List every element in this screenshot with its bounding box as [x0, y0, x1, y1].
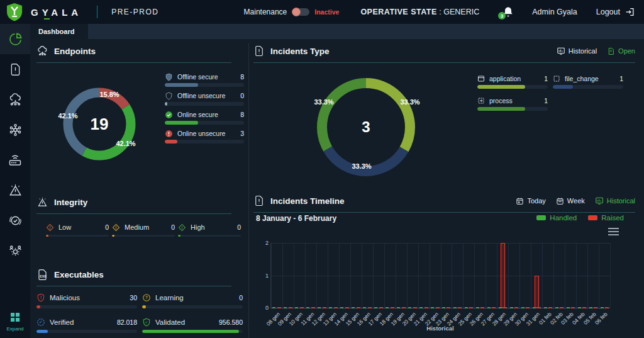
- integrity-warning-icon: [36, 196, 48, 208]
- legend-item-online-unsecure: Online unsecure 3: [165, 129, 244, 144]
- user-name[interactable]: Admin Gyala: [532, 8, 577, 16]
- legend-value: 8: [240, 111, 244, 118]
- sidebar-item-alerts[interactable]: [0, 175, 30, 205]
- incidents-type-historical-button[interactable]: Historical: [557, 47, 597, 55]
- legend-raised[interactable]: Raised: [588, 214, 624, 222]
- topbar: GYALA PRE-PROD Maintenance Inactive OPER…: [0, 0, 644, 24]
- incidents-type-open-button[interactable]: Open: [607, 47, 635, 55]
- tab-dashboard[interactable]: Dashboard: [30, 24, 88, 39]
- handled-zero-marker: [397, 307, 400, 308]
- handled-zero-marker: [555, 307, 558, 308]
- sidebar-item-audit[interactable]: [0, 205, 30, 235]
- integrity-label: Low: [58, 223, 71, 231]
- notifications-button[interactable]: 3: [502, 6, 514, 18]
- legend-label: file_change: [565, 75, 599, 82]
- raised-zero-marker: [548, 307, 552, 308]
- legend-value: 1: [544, 75, 548, 82]
- historical-chart-icon: [595, 196, 604, 205]
- logout-button[interactable]: Logout: [596, 7, 635, 17]
- document-alert-icon: [253, 45, 265, 57]
- sidebar-item-users[interactable]: [0, 235, 30, 266]
- legend-item-offline-unsecure: Offline unsecure 0: [165, 91, 244, 106]
- legend-bar-track: [165, 102, 244, 106]
- raised-bar[interactable]: [535, 276, 539, 308]
- raised-zero-marker: [323, 307, 326, 308]
- y-axis-tick: 0: [261, 305, 269, 311]
- maintenance-toggle[interactable]: [292, 8, 309, 16]
- legend-label: Online unsecure: [177, 130, 225, 137]
- legend-bar-track: [553, 85, 623, 89]
- handled-zero-marker: [521, 307, 525, 308]
- executables-panel: EXE Executables ! Malicious 30: [36, 262, 244, 338]
- raised-zero-marker: [526, 307, 530, 308]
- sidebar-item-incidents[interactable]: [0, 54, 30, 84]
- diamond-medium-icon: [112, 223, 120, 232]
- integrity-medium: Medium 0: [112, 223, 175, 237]
- donut-label: 42.1%: [58, 112, 77, 120]
- raised-zero-marker: [458, 307, 462, 308]
- executables-value: 956.580: [219, 318, 243, 326]
- timeline-historical-button[interactable]: Historical: [595, 196, 635, 205]
- environment-label: PRE-PROD: [111, 8, 158, 16]
- raised-zero-marker: [289, 307, 292, 308]
- raised-zero-marker: [605, 307, 609, 308]
- handled-zero-marker: [431, 307, 434, 308]
- check-badge-icon: [165, 111, 173, 119]
- integrity-bar-fill: [46, 235, 48, 237]
- sidebar-item-dashboard[interactable]: [0, 24, 30, 54]
- raised-zero-marker: [447, 307, 450, 308]
- timeline-week-button[interactable]: Week: [556, 197, 585, 205]
- legend-value: 1: [544, 97, 548, 104]
- legend-value: 1: [619, 75, 623, 82]
- app: GYALA PRE-PROD Maintenance Inactive OPER…: [0, 0, 644, 338]
- panel-rule: [253, 62, 635, 63]
- panel-rule: [36, 213, 231, 214]
- handled-zero-marker: [363, 307, 366, 308]
- raised-zero-marker: [368, 307, 372, 308]
- executables-bar-fill: [142, 305, 146, 308]
- executables-learning: ? Learning 0: [142, 293, 243, 308]
- sidebar-item-devices[interactable]: [0, 145, 30, 175]
- alert-badge-icon: [165, 130, 173, 138]
- executables-label: Malicious: [50, 294, 80, 301]
- legend-label: application: [489, 75, 521, 82]
- handled-zero-marker: [567, 307, 570, 308]
- chart-menu-button[interactable]: [608, 228, 619, 237]
- service-mesh-icon: [8, 123, 23, 137]
- grid-line: [271, 276, 610, 276]
- raised-zero-marker: [413, 307, 417, 308]
- legend-bar-fill: [553, 85, 573, 89]
- raised-bar[interactable]: [501, 243, 505, 308]
- button-label: Today: [527, 197, 545, 205]
- legend-label: Online secure: [177, 111, 218, 118]
- sidebar-item-network[interactable]: [0, 84, 30, 115]
- left-column: Endpoints 19 15.8% 42.1% 42.1% Offline s…: [36, 39, 244, 338]
- raised-zero-marker: [514, 307, 518, 308]
- timeline-legend: Handled Raised: [536, 214, 624, 222]
- integrity-bar-track: [178, 235, 241, 237]
- shield-outline-icon: [165, 92, 173, 100]
- legend-item-process: process 1: [477, 96, 548, 111]
- raised-zero-marker: [334, 307, 338, 308]
- sidebar-item-services[interactable]: [0, 115, 30, 145]
- integrity-value: 0: [237, 223, 241, 231]
- executables-bar-track: [142, 330, 243, 333]
- legend-handled[interactable]: Handled: [536, 214, 577, 222]
- main-content: Endpoints 19 15.8% 42.1% 42.1% Offline s…: [30, 39, 644, 338]
- expand-label: Expand: [0, 326, 30, 332]
- raised-zero-marker: [480, 307, 484, 308]
- calendar-week-icon: [556, 197, 564, 205]
- raised-zero-marker: [582, 307, 586, 308]
- legend-value: 0: [240, 92, 244, 99]
- gyala-logo-icon: [6, 3, 23, 21]
- operative-state-value: GENERIC: [443, 8, 479, 16]
- integrity-label: High: [191, 223, 205, 231]
- audit-check-icon: [8, 213, 23, 228]
- logout-icon: [625, 7, 635, 17]
- calendar-day-icon: [516, 197, 524, 205]
- application-window-icon: [477, 75, 485, 82]
- sidebar-expand-button[interactable]: Expand: [0, 312, 30, 332]
- legend-bar-track: [477, 107, 548, 111]
- timeline-today-button[interactable]: Today: [516, 197, 545, 205]
- panel-title: Integrity: [54, 198, 87, 207]
